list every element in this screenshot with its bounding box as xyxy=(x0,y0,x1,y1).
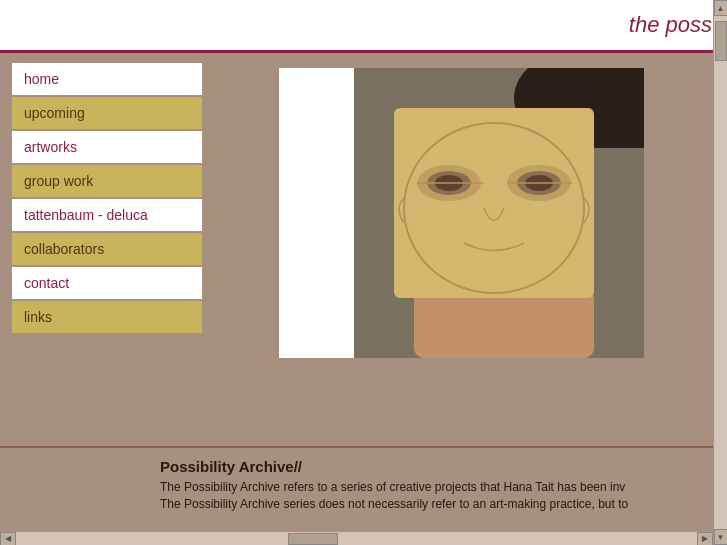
scroll-left-arrow[interactable]: ◀ xyxy=(0,532,16,546)
site-title: the poss xyxy=(629,12,717,38)
sidebar-item-home[interactable]: home xyxy=(12,63,202,95)
bottom-text-2: The Possibility Archive series does not … xyxy=(160,496,698,513)
image-container xyxy=(279,68,644,358)
sidebar-item-artworks[interactable]: artworks xyxy=(12,131,202,163)
white-panel xyxy=(279,68,354,358)
bottom-section: Possibility Archive// The Possibility Ar… xyxy=(0,446,713,531)
sidebar-item-upcoming[interactable]: upcoming xyxy=(12,97,202,129)
scrollbar-bottom[interactable]: ◀ ▶ xyxy=(0,531,713,545)
content-area xyxy=(210,53,713,453)
bottom-text-1: The Possibility Archive refers to a seri… xyxy=(160,479,698,496)
scroll-track-right xyxy=(715,16,727,529)
scroll-thumb-bottom[interactable] xyxy=(288,533,338,545)
artwork-image xyxy=(354,68,644,358)
top-header: the poss xyxy=(0,0,727,53)
scroll-right-arrow[interactable]: ▶ xyxy=(697,532,713,546)
sidebar: home upcoming artworks group work tatten… xyxy=(0,53,210,453)
scroll-up-arrow[interactable]: ▲ xyxy=(714,0,728,16)
sidebar-item-links[interactable]: links xyxy=(12,301,202,333)
sidebar-item-contact[interactable]: contact xyxy=(12,267,202,299)
scrollbar-right[interactable]: ▲ ▼ xyxy=(713,0,727,545)
sidebar-item-group-work[interactable]: group work xyxy=(12,165,202,197)
sidebar-item-tattenbaum[interactable]: tattenbaum - deluca xyxy=(12,199,202,231)
main-layout: home upcoming artworks group work tatten… xyxy=(0,53,713,453)
svg-rect-9 xyxy=(394,108,594,298)
scroll-track-bottom xyxy=(16,533,697,545)
scroll-down-arrow[interactable]: ▼ xyxy=(714,529,728,545)
sidebar-item-collaborators[interactable]: collaborators xyxy=(12,233,202,265)
scroll-thumb-right[interactable] xyxy=(715,21,727,61)
bottom-title: Possibility Archive// xyxy=(160,458,698,475)
artwork-svg xyxy=(354,68,644,358)
